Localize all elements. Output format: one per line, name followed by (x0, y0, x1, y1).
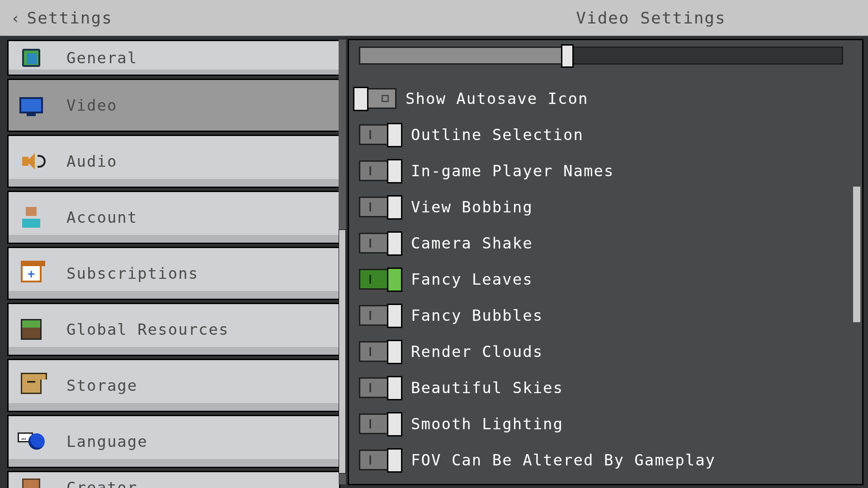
calendar-plus-icon (18, 260, 45, 287)
creator-icon (18, 474, 45, 488)
sidebar-item-creator[interactable]: Creator (7, 471, 340, 488)
sidebar-scrollbar-thumb[interactable] (339, 230, 346, 474)
storage-icon (18, 372, 45, 399)
header-subtitle: Video Settings (434, 9, 868, 27)
setting-row: Outline Selection (359, 121, 843, 149)
toggle-render-clouds[interactable] (359, 341, 402, 362)
setting-row: Beautiful Skies (359, 374, 843, 402)
sidebar-item-label: Account (66, 208, 137, 226)
toggle-show-autosave-icon[interactable] (354, 88, 396, 109)
sidebar-item-video[interactable]: Video (7, 79, 340, 132)
toggle-beautiful-skies[interactable] (359, 377, 402, 398)
setting-row: Show Autosave Icon (354, 84, 843, 113)
sidebar-item-label: Creator (66, 479, 137, 488)
sidebar-item-global-resources[interactable]: Global Resources (7, 303, 340, 356)
toggle-camera-shake[interactable] (359, 233, 402, 253)
setting-row: Fancy Leaves (359, 265, 843, 293)
sidebar-item-label: Language (66, 432, 148, 450)
setting-row: FOV Can Be Altered By Gameplay (359, 446, 843, 474)
sidebar-item-label: Subscriptions (66, 264, 198, 282)
setting-row: View Bobbing (359, 193, 843, 221)
slider-fill (360, 48, 567, 63)
setting-label: View Bobbing (411, 198, 533, 216)
header: ‹ Settings Video Settings (0, 0, 868, 36)
grass-block-icon (18, 316, 45, 343)
sidebar-item-label: Global Resources (66, 320, 229, 338)
sidebar-item-label: General (66, 49, 137, 67)
setting-row: Camera Shake (359, 229, 843, 257)
monitor-icon (18, 92, 45, 119)
slider-thumb[interactable] (561, 44, 574, 68)
account-icon (18, 204, 45, 231)
setting-label: Render Clouds (411, 343, 543, 361)
chevron-left-icon: ‹ (11, 10, 20, 26)
setting-label: FOV Can Be Altered By Gameplay (411, 451, 716, 469)
sidebar: General Video Audio Account Subscription… (0, 36, 346, 488)
section-label-ui-profile: UI Profile (359, 482, 843, 485)
sidebar-item-storage[interactable]: Storage (7, 359, 340, 412)
sidebar-item-label: Video (66, 96, 117, 114)
sidebar-item-account[interactable]: Account (7, 191, 340, 244)
setting-label: Fancy Bubbles (411, 306, 543, 324)
toggle-ingame-player-names[interactable] (359, 160, 402, 181)
toggle-outline-selection[interactable] (359, 124, 402, 145)
toggle-fancy-leaves[interactable] (359, 269, 402, 290)
back-button[interactable]: ‹ Settings (0, 0, 123, 36)
header-title: Settings (27, 9, 112, 27)
sidebar-item-subscriptions[interactable]: Subscriptions (7, 247, 340, 300)
sidebar-item-general[interactable]: General (7, 40, 340, 76)
setting-label: Smooth Lighting (411, 415, 563, 433)
toggle-fov-gameplay[interactable] (359, 450, 402, 470)
setting-label: Beautiful Skies (411, 379, 563, 397)
setting-label: Outline Selection (411, 126, 584, 144)
sidebar-item-language[interactable]: Language (7, 415, 340, 468)
sidebar-item-label: Audio (66, 152, 117, 170)
setting-row: In-game Player Names (359, 157, 843, 185)
sidebar-scrollbar[interactable] (339, 40, 346, 484)
setting-label: In-game Player Names (411, 162, 614, 180)
setting-label: Camera Shake (411, 234, 533, 252)
language-icon (18, 428, 45, 455)
setting-row: Smooth Lighting (359, 410, 843, 438)
setting-label: Show Autosave Icon (406, 89, 588, 108)
setting-label: Fancy Leaves (411, 270, 533, 288)
toggle-fancy-bubbles[interactable] (359, 305, 402, 326)
toggle-smooth-lighting[interactable] (359, 413, 402, 434)
globe-icon (18, 44, 45, 71)
main-scrollbar[interactable] (853, 47, 860, 478)
sidebar-item-audio[interactable]: Audio (7, 135, 340, 188)
setting-row: Fancy Bubbles (359, 301, 843, 329)
main-panel: Show Autosave Icon Outline Selection In-… (348, 39, 863, 485)
main-scrollbar-thumb[interactable] (853, 187, 860, 322)
sidebar-item-label: Storage (66, 376, 137, 394)
speaker-icon (18, 148, 45, 175)
setting-row: Render Clouds (359, 338, 843, 366)
brightness-slider[interactable] (359, 47, 843, 65)
toggle-view-bobbing[interactable] (359, 197, 402, 217)
